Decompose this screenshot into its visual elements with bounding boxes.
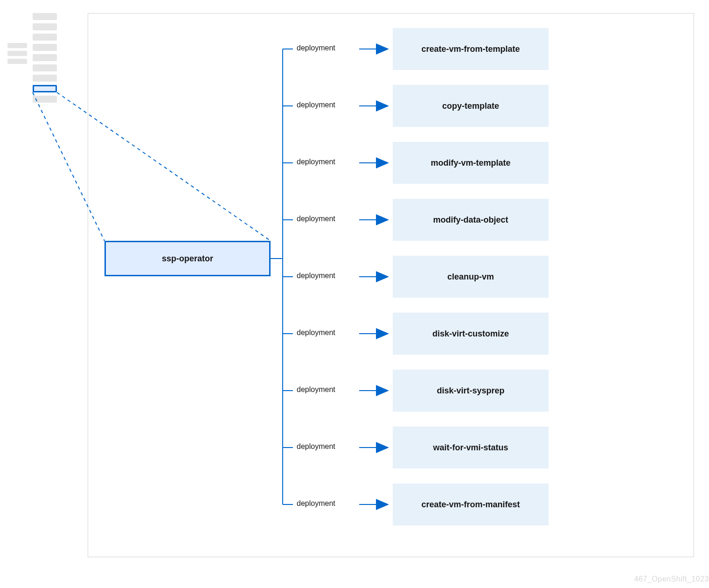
- target-node: modify-vm-template: [393, 142, 549, 184]
- target-node: create-vm-from-template: [393, 28, 549, 70]
- target-node-label: cleanup-vm: [447, 272, 494, 282]
- target-node: modify-data-object: [393, 199, 549, 241]
- edge-label: deployment: [295, 385, 337, 394]
- target-node-label: disk-virt-sysprep: [437, 386, 504, 396]
- target-node: disk-virt-customize: [393, 313, 549, 355]
- thumb-item: [7, 59, 27, 64]
- thumb-item: [7, 51, 27, 56]
- target-node: wait-for-vmi-status: [393, 427, 549, 469]
- source-node-ssp-operator: ssp-operator: [104, 241, 271, 276]
- watermark: 467_OpenShift_1023: [634, 575, 709, 583]
- target-node: copy-template: [393, 85, 549, 127]
- edge-label: deployment: [295, 499, 337, 508]
- thumb-item: [7, 43, 27, 48]
- edge-label: deployment: [295, 101, 337, 109]
- thumb-item: [33, 96, 57, 103]
- edge-label: deployment: [295, 158, 337, 166]
- thumb-item: [33, 64, 57, 71]
- source-node-label: ssp-operator: [162, 254, 213, 264]
- target-node-label: modify-data-object: [433, 215, 508, 225]
- edge-label: deployment: [295, 215, 337, 223]
- thumb-item: [33, 34, 57, 41]
- target-node-label: disk-virt-customize: [432, 329, 509, 339]
- thumb-item: [33, 44, 57, 51]
- thumb-item: [33, 75, 57, 82]
- target-node-label: create-vm-from-manifest: [421, 500, 520, 510]
- diagram-panel: [88, 13, 694, 557]
- target-node: disk-virt-sysprep: [393, 370, 549, 412]
- edge-label: deployment: [295, 44, 337, 52]
- target-node-label: modify-vm-template: [431, 158, 510, 168]
- edge-label: deployment: [295, 272, 337, 280]
- target-node-label: copy-template: [442, 101, 499, 111]
- thumb-item: [33, 13, 57, 20]
- thumb-item: [33, 23, 57, 30]
- thumb-item: [33, 54, 57, 61]
- edge-label: deployment: [295, 442, 337, 451]
- target-node: cleanup-vm: [393, 256, 549, 298]
- thumb-item-active: [33, 85, 57, 92]
- edge-label: deployment: [295, 329, 337, 337]
- target-node-label: wait-for-vmi-status: [433, 443, 508, 453]
- target-node: create-vm-from-manifest: [393, 483, 549, 525]
- target-node-label: create-vm-from-template: [421, 44, 520, 54]
